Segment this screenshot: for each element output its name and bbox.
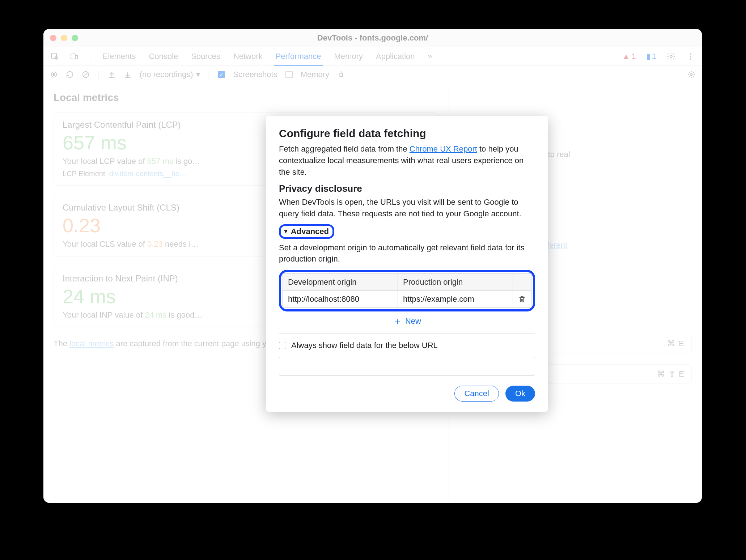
tab-console[interactable]: Console xyxy=(147,52,179,61)
crux-link-dialog[interactable]: Chrome UX Report xyxy=(410,144,477,153)
field-data-dialog: Configure field data fetching Fetch aggr… xyxy=(266,116,548,412)
devtools-window: DevTools - fonts.google.com/ | Elements … xyxy=(43,29,702,503)
svg-rect-1 xyxy=(71,54,75,59)
upload-icon[interactable] xyxy=(108,71,116,79)
recordings-label: (no recordings) xyxy=(140,70,193,79)
advanced-toggle[interactable]: ▼ Advanced xyxy=(279,224,334,239)
svg-rect-2 xyxy=(75,55,77,59)
record-icon[interactable] xyxy=(50,71,58,79)
origin-mapping-table: Development origin Production origin htt… xyxy=(283,273,531,308)
th-actions xyxy=(513,274,531,291)
screenshots-label: Screenshots xyxy=(233,70,277,79)
infos-count: 1 xyxy=(652,52,656,61)
dialog-title: Configure field data fetching xyxy=(279,127,535,140)
kbd-record: ⌘ E xyxy=(667,339,685,348)
screenshots-checkbox[interactable] xyxy=(218,71,225,78)
privacy-paragraph: When DevTools is open, the URLs you visi… xyxy=(279,196,535,220)
td-prod-origin[interactable]: https://example.com xyxy=(398,291,513,308)
gear-icon[interactable] xyxy=(666,52,676,61)
dialog-paragraph-1: Fetch aggregated field data from the Chr… xyxy=(279,143,535,178)
window-title: DevTools - fonts.google.com/ xyxy=(43,33,702,43)
tab-elements[interactable]: Elements xyxy=(101,52,137,61)
svg-rect-0 xyxy=(51,53,56,58)
privacy-heading: Privacy disclosure xyxy=(279,183,535,194)
origin-mapping-table-wrap: Development origin Production origin htt… xyxy=(279,270,535,311)
device-toolbar-icon[interactable] xyxy=(69,52,79,61)
delete-row-button[interactable] xyxy=(513,291,531,308)
tabs-overflow[interactable]: » xyxy=(427,52,434,61)
th-dev-origin: Development origin xyxy=(283,274,398,291)
titlebar: DevTools - fonts.google.com/ xyxy=(43,29,702,47)
tab-application[interactable]: Application xyxy=(374,52,416,61)
tab-memory[interactable]: Memory xyxy=(333,52,364,61)
plus-icon: ＋ xyxy=(393,317,402,326)
table-row: http://localhost:8080 https://example.co… xyxy=(283,291,531,308)
infos-badge[interactable]: ▮ 1 xyxy=(646,52,656,61)
recordings-dropdown[interactable]: (no recordings) ▾ xyxy=(140,70,200,79)
svg-point-6 xyxy=(690,58,691,60)
ok-button[interactable]: Ok xyxy=(505,386,535,402)
memory-checkbox[interactable] xyxy=(285,71,293,78)
local-metrics-link[interactable]: local metrics xyxy=(69,339,114,348)
chevron-down-icon: ▾ xyxy=(196,70,200,79)
advanced-label: Advanced xyxy=(291,227,329,236)
th-prod-origin: Production origin xyxy=(398,274,513,291)
table-header-row: Development origin Production origin xyxy=(283,274,531,291)
always-show-label: Always show field data for the below URL xyxy=(291,341,438,350)
tab-network[interactable]: Network xyxy=(232,52,264,61)
reload-icon[interactable] xyxy=(66,71,74,79)
add-new-row-button[interactable]: ＋ New xyxy=(279,311,535,334)
clear-icon[interactable] xyxy=(82,71,90,79)
svg-point-5 xyxy=(690,56,691,57)
td-dev-origin[interactable]: http://localhost:8080 xyxy=(283,291,398,308)
local-metrics-heading: Local metrics xyxy=(54,92,438,103)
always-show-checkbox[interactable] xyxy=(279,342,286,349)
always-show-row: Always show field data for the below URL xyxy=(279,334,535,355)
new-label: New xyxy=(405,317,421,326)
panel-settings-icon[interactable] xyxy=(687,71,695,79)
tab-strip: | Elements Console Sources Network Perfo… xyxy=(43,47,702,66)
triangle-down-icon: ▼ xyxy=(283,228,289,235)
advanced-desc: Set a development origin to automaticall… xyxy=(279,242,535,265)
warnings-count: 1 xyxy=(632,52,636,61)
download-icon[interactable] xyxy=(124,71,132,79)
tab-performance[interactable]: Performance xyxy=(274,52,323,66)
kbd-record-reload: ⌘ ⇧ E xyxy=(657,369,685,379)
gc-icon[interactable] xyxy=(337,71,345,79)
performance-toolbar: | (no recordings) ▾ | Screenshots Memory xyxy=(43,66,702,83)
svg-point-4 xyxy=(690,53,691,55)
url-override-input[interactable] xyxy=(279,357,535,376)
warnings-badge[interactable]: ▲ 1 xyxy=(622,52,636,61)
svg-point-10 xyxy=(690,73,692,76)
memory-label: Memory xyxy=(301,70,329,79)
cancel-button[interactable]: Cancel xyxy=(454,386,499,402)
tab-sources[interactable]: Sources xyxy=(190,52,222,61)
inspect-icon[interactable] xyxy=(50,52,59,61)
lcp-element-link[interactable]: div.item-contents__he… xyxy=(109,170,187,178)
svg-point-8 xyxy=(53,73,55,76)
svg-point-3 xyxy=(670,55,672,58)
kebab-icon[interactable] xyxy=(686,52,695,61)
